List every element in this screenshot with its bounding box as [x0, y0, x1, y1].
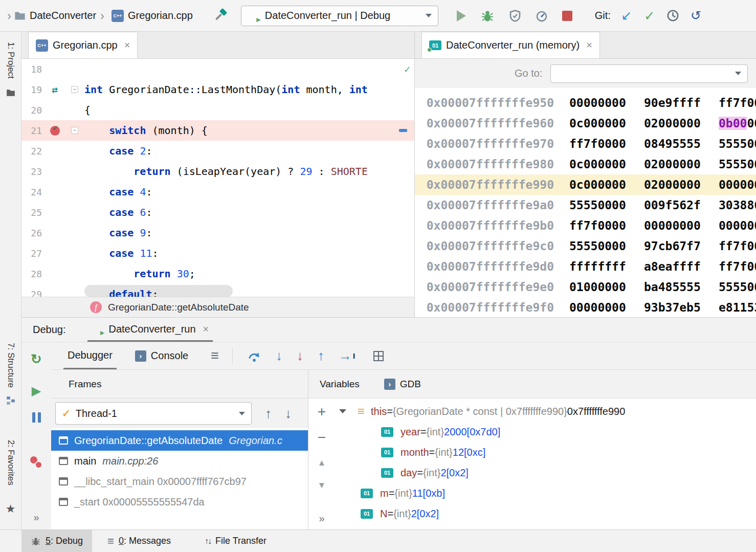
- debug-button[interactable]: [480, 9, 495, 23]
- navigate-swap-icon[interactable]: ⇄: [52, 84, 57, 95]
- editor-tab-gregorian[interactable]: C++ Gregorian.cpp ×: [28, 32, 138, 58]
- more-actions-button[interactable]: »: [319, 513, 324, 524]
- code-line[interactable]: 26 case 9:: [21, 223, 414, 243]
- statusbar-tab-file-transfer[interactable]: ↑↓ File Transfer: [195, 530, 276, 552]
- move-down-button[interactable]: ▼: [318, 480, 326, 491]
- code-line[interactable]: 28 return 30;: [21, 263, 414, 284]
- variable-row-this[interactable]: ≡ this = {GregorianDate * const | 0x7fff…: [335, 401, 756, 422]
- line-number[interactable]: 26: [21, 228, 42, 238]
- code-text[interactable]: case 11:: [82, 247, 159, 259]
- breadcrumb-function[interactable]: GregorianDate::getAbsoluteDate: [108, 302, 249, 313]
- move-up-button[interactable]: ▲: [318, 458, 326, 468]
- tab-console[interactable]: ›Console: [135, 350, 188, 362]
- profiler-button[interactable]: [536, 10, 548, 22]
- memory-row[interactable]: 0x00007fffffffe9600c000000020000000b0000…: [415, 113, 756, 134]
- line-number[interactable]: 22: [21, 146, 42, 157]
- more-actions-button[interactable]: »: [33, 512, 39, 523]
- frame-row[interactable]: _start 0x00005555555547da: [51, 492, 308, 512]
- code-line[interactable]: 23 return (isLeapYear(year) ? 29 : SHORT…: [21, 161, 414, 182]
- memory-row[interactable]: 0x00007fffffffe9e001000000ba485555555500: [415, 277, 756, 297]
- run-button[interactable]: [457, 10, 466, 21]
- line-number[interactable]: 27: [21, 248, 42, 259]
- tab-gdb[interactable]: ›GDB: [384, 379, 421, 390]
- thread-select[interactable]: ✓ Thread-1: [55, 402, 252, 425]
- code-text[interactable]: {: [82, 104, 91, 116]
- memory-row-highlighted[interactable]: 0x00007fffffffe9900c00000002000000000000: [415, 174, 756, 195]
- statusbar-tab-debug[interactable]: 5: Debug: [21, 530, 92, 552]
- close-icon[interactable]: ×: [586, 39, 592, 51]
- close-icon[interactable]: ×: [203, 323, 209, 335]
- stop-button[interactable]: [562, 11, 572, 21]
- line-number[interactable]: 21: [21, 125, 42, 136]
- previous-frame-button[interactable]: ↑: [265, 406, 272, 422]
- favorites-star-icon[interactable]: ★: [6, 502, 16, 516]
- code-text[interactable]: case 9:: [82, 227, 152, 239]
- rerun-button[interactable]: ↻: [31, 351, 42, 367]
- git-history-button[interactable]: [666, 9, 679, 22]
- stripe-favorites-button[interactable]: 2: Favorites: [6, 440, 16, 485]
- code-line[interactable]: 24 case 4:: [21, 182, 414, 202]
- line-number[interactable]: 28: [21, 269, 42, 279]
- step-over-button[interactable]: [247, 349, 261, 363]
- git-commit-button[interactable]: ✓: [644, 9, 655, 23]
- stripe-structure-button[interactable]: 7: Structure: [6, 343, 16, 388]
- run-to-cursor-button[interactable]: →I: [339, 348, 355, 364]
- variable-row-m[interactable]: 01 m = {int} 11 [0xb]: [335, 483, 756, 503]
- code-text[interactable]: case 2:: [82, 145, 152, 157]
- breadcrumb-file[interactable]: Gregorian.cpp: [128, 10, 193, 21]
- code-text[interactable]: case 4:: [82, 186, 152, 198]
- remove-watch-button[interactable]: −: [318, 430, 326, 445]
- line-number[interactable]: 19: [21, 84, 42, 95]
- code-line[interactable]: 25 case 6:: [21, 202, 414, 223]
- code-text[interactable]: switch (month) {: [82, 124, 208, 137]
- pause-button[interactable]: [32, 412, 41, 423]
- structure-icon[interactable]: [6, 396, 15, 407]
- goto-address-input[interactable]: [550, 64, 748, 83]
- memory-row[interactable]: 0x00007fffffffe9800c00000002000000555500: [415, 154, 756, 174]
- variable-row-day[interactable]: 01 day = {int} 2 [0x2]: [335, 462, 756, 483]
- layout-settings-icon[interactable]: ≡: [211, 348, 219, 364]
- chevron-expanded-icon[interactable]: [339, 409, 346, 413]
- code-line[interactable]: 18: [21, 59, 414, 79]
- line-number[interactable]: 20: [21, 105, 42, 116]
- line-number[interactable]: 25: [21, 207, 42, 218]
- stripe-project-button[interactable]: 1: Project: [6, 42, 16, 79]
- view-breakpoints-button[interactable]: [30, 456, 42, 469]
- line-number[interactable]: 29: [21, 289, 42, 297]
- coverage-button[interactable]: [509, 10, 521, 22]
- frame-row-selected[interactable]: GregorianDate::getAbsoluteDate Gregorian…: [51, 430, 308, 451]
- frame-row[interactable]: __libc_start_main 0x00007ffff767cb97: [51, 471, 308, 492]
- breadcrumb-project[interactable]: DateConverter: [30, 10, 96, 21]
- memory-tab[interactable]: 01 DateConverter_run (memory) ×: [421, 32, 600, 58]
- tab-debugger[interactable]: Debugger: [63, 342, 117, 369]
- memory-row[interactable]: 0x00007fffffffe9f00000000093b37eb5e81153: [415, 297, 756, 318]
- debug-session-tab[interactable]: ▶ DateConverter_run ×: [87, 318, 213, 342]
- line-number[interactable]: 18: [21, 64, 42, 75]
- fold-icon[interactable]: −: [71, 127, 78, 134]
- code-line[interactable]: 20 {: [21, 100, 414, 120]
- fold-icon[interactable]: −: [71, 86, 78, 93]
- build-icon[interactable]: [214, 9, 229, 23]
- resume-button[interactable]: ▶: [32, 384, 41, 398]
- run-config-select[interactable]: ▶ DateConverter_run | Debug: [241, 6, 438, 26]
- variable-row-month[interactable]: 01 month = {int} 12 [0xc]: [335, 442, 756, 462]
- code-line[interactable]: 29 default:: [21, 284, 414, 297]
- statusbar-tab-messages[interactable]: ≡ 0: Messages: [98, 530, 180, 552]
- memory-row[interactable]: 0x00007fffffffe9c05555000097cb67f7ff7f00: [415, 236, 756, 256]
- code-line[interactable]: 22 case 2:: [21, 141, 414, 161]
- code-text[interactable]: default:: [82, 288, 159, 297]
- variable-row-year[interactable]: 01 year = {int} 2000 [0x7d0]: [335, 422, 756, 442]
- step-out-button[interactable]: ↑: [318, 348, 324, 364]
- memory-row[interactable]: 0x00007fffffffe9500000000090e9ffffff7f00: [415, 93, 756, 113]
- line-number[interactable]: 24: [21, 187, 42, 197]
- memory-view-button[interactable]: [373, 351, 384, 361]
- code-text[interactable]: return 30;: [82, 268, 195, 280]
- memory-row[interactable]: 0x00007fffffffe9a055550000009f562f303886: [415, 195, 756, 215]
- add-watch-button[interactable]: +: [318, 405, 326, 419]
- line-number[interactable]: 23: [21, 166, 42, 177]
- memory-row[interactable]: 0x00007fffffffe970ff7f000008495555555500: [415, 134, 756, 154]
- close-icon[interactable]: ×: [124, 39, 130, 51]
- memory-row[interactable]: 0x00007fffffffe9b0ff7f000000000000000000: [415, 215, 756, 236]
- git-rollback-button[interactable]: ↺: [691, 9, 701, 22]
- code-line-breakpoint[interactable]: 21 ✓ − switch (month) {: [21, 120, 414, 141]
